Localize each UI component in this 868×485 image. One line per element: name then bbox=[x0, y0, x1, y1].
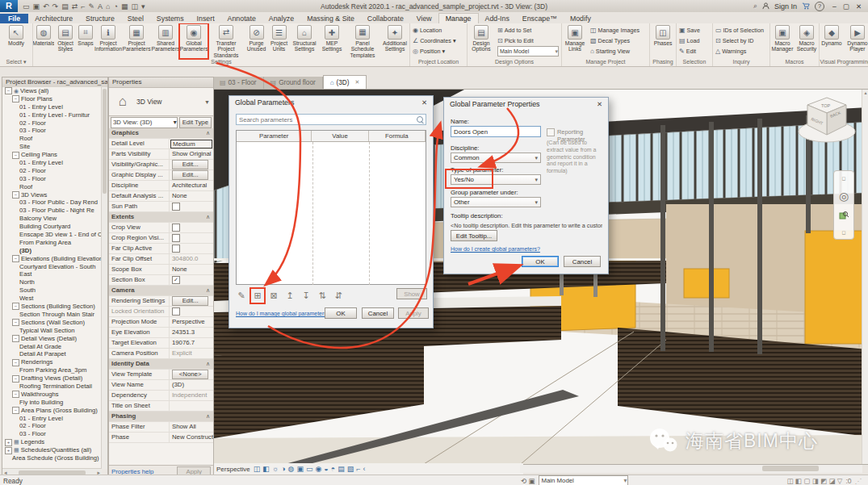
browser-item-north[interactable]: North bbox=[2, 278, 102, 286]
ribbon-button-global-parameters[interactable]: ◉Global Parameters bbox=[180, 24, 208, 58]
ribbon-button-dynamo[interactable]: ◆Dynamo bbox=[820, 24, 844, 58]
ribbon-button-select-by-id[interactable]: ⊡Select by ID bbox=[715, 36, 764, 45]
prop-value[interactable]: Show All bbox=[170, 422, 213, 432]
ribbon-button-macro-security[interactable]: ◈Macro Security bbox=[795, 24, 819, 58]
ribbon-button-purge-unused[interactable]: ⊘Purge Unused bbox=[245, 24, 268, 58]
zoom-icon[interactable] bbox=[839, 211, 849, 220]
expand-icon[interactable]: − bbox=[12, 335, 19, 342]
active-design-option-select[interactable]: Main Model▾ bbox=[539, 475, 628, 485]
ribbon-tab-file[interactable]: File bbox=[0, 14, 28, 23]
ribbon-button-object-styles[interactable]: ▤Object Styles bbox=[54, 24, 77, 58]
ribbon-tab-add-ins[interactable]: Add-Ins bbox=[479, 14, 516, 23]
collapse-icon[interactable]: ∧ bbox=[206, 128, 213, 138]
prop-value[interactable]: 24351.3 bbox=[170, 328, 213, 337]
collapse-icon[interactable]: ‹ bbox=[363, 465, 365, 473]
browser-item-roof[interactable]: Roof bbox=[2, 135, 102, 143]
browser-item-03-floor[interactable]: 03 - Floor bbox=[2, 430, 102, 438]
expand-icon[interactable]: + bbox=[5, 447, 12, 454]
browser-item-from-parking-area[interactable]: From Parking Area bbox=[2, 239, 102, 247]
scale-icon[interactable]: ◫ bbox=[254, 465, 261, 473]
filter-icon[interactable]: ▽ bbox=[837, 477, 843, 485]
browser-item-balcony-view[interactable]: Balcony View bbox=[2, 215, 102, 223]
measure-icon[interactable]: ⇄ bbox=[72, 2, 78, 10]
project-browser-vscrollbar[interactable] bbox=[101, 87, 107, 469]
reveal-constraints-icon[interactable]: ⌐ bbox=[356, 465, 360, 473]
view-tab-3d[interactable]: ⌂(3D)✕ bbox=[323, 75, 367, 89]
delete-global-parameter-icon[interactable]: ⊠ bbox=[268, 290, 279, 302]
save-icon[interactable]: ▣ bbox=[33, 2, 40, 10]
expand-icon[interactable]: − bbox=[12, 391, 19, 398]
ribbon-button-pick-to-edit[interactable]: ⊡Pick to Edit bbox=[497, 36, 559, 45]
browser-item-03-floor-public-night-re[interactable]: 03 - Floor Public - Night Re bbox=[2, 207, 102, 215]
customize-qat-icon[interactable]: ▾ bbox=[141, 2, 145, 10]
section-box-checkbox[interactable]: ✓ bbox=[172, 276, 180, 284]
column-header-value[interactable]: Value bbox=[312, 131, 368, 141]
aligned-dimension-icon[interactable]: ⌐ bbox=[81, 2, 85, 10]
ribbon-button-coordinates[interactable]: ∠Coordinates ▾ bbox=[413, 36, 456, 45]
ribbon-button-transfer-project-standards[interactable]: ⇄Transfer Project Standards bbox=[208, 24, 245, 58]
press-drag-icon[interactable]: ▢ bbox=[803, 477, 811, 485]
search-parameters-input[interactable] bbox=[236, 114, 426, 125]
section-icon[interactable]: ◔ bbox=[113, 2, 117, 10]
browser-item-sections-building-section[interactable]: −Sections (Building Section) bbox=[2, 303, 102, 311]
browser-item-floor-plans[interactable]: −Floor Plans bbox=[2, 95, 102, 103]
browser-item-section-through-main-stair[interactable]: Section Through Main Stair bbox=[2, 311, 102, 319]
ribbon-button-project-units[interactable]: ☰Project Units bbox=[268, 24, 290, 58]
close-button[interactable]: ✕ bbox=[853, 2, 865, 10]
prop-value[interactable] bbox=[170, 401, 213, 411]
tag-icon[interactable]: ✎ bbox=[88, 2, 94, 10]
print-icon[interactable]: ▤ bbox=[61, 2, 69, 10]
locked-orientation-checkbox[interactable] bbox=[172, 307, 180, 316]
sign-in-button[interactable]: Sign In bbox=[774, 2, 797, 10]
cart-icon[interactable] bbox=[802, 2, 810, 10]
resize-grip[interactable]: ⋰ bbox=[855, 477, 862, 485]
move-up-icon[interactable]: ↥ bbox=[284, 290, 296, 302]
prop-section-extents[interactable]: Extents∧ bbox=[109, 212, 213, 223]
ribbon-tab-view[interactable]: View bbox=[410, 14, 438, 23]
prop-value[interactable]: None bbox=[170, 265, 213, 274]
browser-item-drafting-views-detail[interactable]: −Drafting Views (Detail) bbox=[2, 374, 102, 383]
edit-tooltip-button[interactable]: Edit Tooltip... bbox=[451, 230, 497, 241]
browser-item-01-entry-level-furnitur[interactable]: 01 - Entry Level - Furnitur bbox=[2, 111, 102, 119]
ribbon-tab-massing-site[interactable]: Massing & Site bbox=[300, 14, 361, 23]
graphic-display-edit-button[interactable]: Edit... bbox=[172, 170, 208, 180]
browser-item-03-floor[interactable]: 03 - Floor bbox=[2, 127, 102, 135]
collapse-icon[interactable]: ∧ bbox=[206, 412, 213, 421]
ribbon-button-dynamo-player[interactable]: ▶Dynamo Player bbox=[844, 24, 868, 58]
apply-button[interactable]: Apply bbox=[398, 307, 429, 319]
expand-icon[interactable]: − bbox=[12, 255, 19, 262]
ribbon-button-project-information[interactable]: ℹProject Information bbox=[94, 24, 122, 58]
close-hidden-icon[interactable]: ◫ bbox=[131, 2, 138, 10]
browser-item-ceiling-plans[interactable]: −Ceiling Plans bbox=[2, 151, 102, 159]
view-tab-03-floor[interactable]: ▤03 - Floor bbox=[213, 77, 264, 89]
dialog-title-bar[interactable]: Global Parameter Properties ✕ bbox=[444, 98, 608, 111]
gpp-help-link[interactable]: How do I create global parameters? bbox=[451, 246, 540, 252]
ribbon-button-add-to-set[interactable]: ⊞Add to Set bbox=[497, 25, 559, 35]
viewcube-top-label[interactable]: TOP bbox=[821, 103, 831, 108]
highlight-displacement-icon[interactable]: ▧ bbox=[347, 465, 354, 473]
prop-value[interactable]: 19076.7 bbox=[170, 338, 213, 348]
ribbon-button-project-parameters[interactable]: ▦Project Parameters bbox=[122, 24, 151, 58]
redo-icon[interactable]: ↷ bbox=[52, 2, 59, 10]
expand-icon[interactable]: − bbox=[12, 319, 19, 326]
ribbon-button-save[interactable]: ▣Save bbox=[679, 25, 700, 35]
ribbon-button-shared-parameters[interactable]: ▥Shared Parameters bbox=[151, 24, 180, 58]
view-tab-ground-floor[interactable]: ▤Ground floor bbox=[264, 77, 323, 89]
prop-value[interactable]: (3D) bbox=[170, 380, 213, 390]
expand-icon[interactable]: − bbox=[12, 359, 19, 366]
dialog-title-bar[interactable]: Global Parameters ✕ bbox=[229, 96, 433, 109]
sun-path-icon[interactable]: ☼ bbox=[272, 465, 279, 473]
view-template-edit-button[interactable]: <None> bbox=[172, 370, 208, 379]
ribbon-tab-insert[interactable]: Insert bbox=[191, 14, 221, 23]
browser-item-site[interactable]: Site bbox=[2, 143, 102, 151]
ribbon-tab-collaborate[interactable]: Collaborate bbox=[361, 14, 410, 23]
prop-section-identity-data[interactable]: Identity Data∧ bbox=[109, 359, 213, 370]
help-icon[interactable]: ? bbox=[815, 2, 824, 11]
browser-item-3d-views[interactable]: −3D Views bbox=[2, 191, 102, 199]
move-down-icon[interactable]: ↧ bbox=[300, 290, 312, 302]
canvas-vscrollbar[interactable]: ▴ bbox=[862, 90, 868, 464]
ribbon-button-macro-manager[interactable]: ▣Macro Manager bbox=[770, 24, 795, 58]
ok-button[interactable]: OK bbox=[522, 256, 559, 267]
maximize-button[interactable]: ▢ bbox=[840, 2, 853, 10]
expand-icon[interactable]: − bbox=[12, 152, 19, 159]
